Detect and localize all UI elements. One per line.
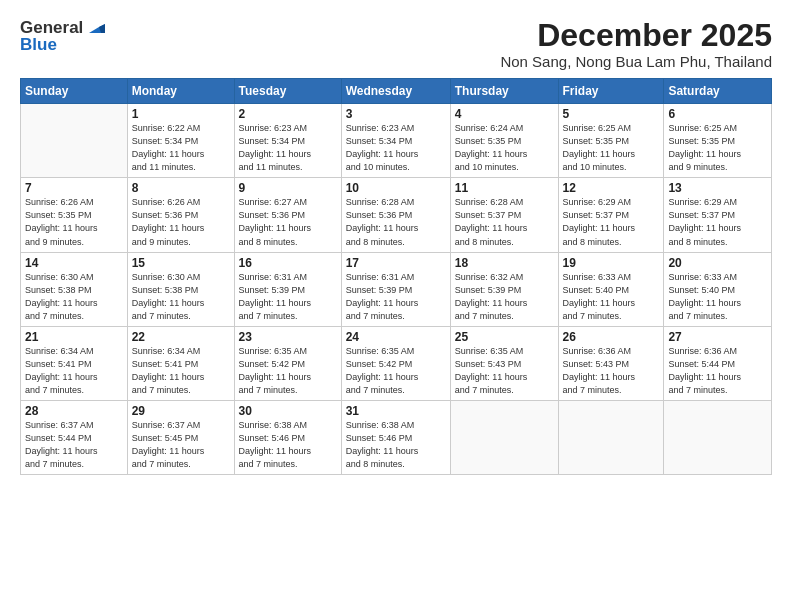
logo: General Blue (20, 18, 105, 55)
calendar-cell: 17Sunrise: 6:31 AM Sunset: 5:39 PM Dayli… (341, 252, 450, 326)
calendar-week-3: 14Sunrise: 6:30 AM Sunset: 5:38 PM Dayli… (21, 252, 772, 326)
month-title: December 2025 (500, 18, 772, 53)
calendar-cell (558, 400, 664, 474)
day-number: 11 (455, 181, 554, 195)
day-number: 27 (668, 330, 767, 344)
location-title: Non Sang, Nong Bua Lam Phu, Thailand (500, 53, 772, 70)
day-info: Sunrise: 6:31 AM Sunset: 5:39 PM Dayligh… (239, 271, 337, 323)
day-info: Sunrise: 6:32 AM Sunset: 5:39 PM Dayligh… (455, 271, 554, 323)
calendar-week-1: 1Sunrise: 6:22 AM Sunset: 5:34 PM Daylig… (21, 104, 772, 178)
day-info: Sunrise: 6:37 AM Sunset: 5:45 PM Dayligh… (132, 419, 230, 471)
calendar-cell: 15Sunrise: 6:30 AM Sunset: 5:38 PM Dayli… (127, 252, 234, 326)
calendar-header-sunday: Sunday (21, 79, 128, 104)
day-number: 30 (239, 404, 337, 418)
calendar-header-row: SundayMondayTuesdayWednesdayThursdayFrid… (21, 79, 772, 104)
day-info: Sunrise: 6:29 AM Sunset: 5:37 PM Dayligh… (563, 196, 660, 248)
day-info: Sunrise: 6:34 AM Sunset: 5:41 PM Dayligh… (25, 345, 123, 397)
day-info: Sunrise: 6:35 AM Sunset: 5:43 PM Dayligh… (455, 345, 554, 397)
calendar-cell: 8Sunrise: 6:26 AM Sunset: 5:36 PM Daylig… (127, 178, 234, 252)
calendar-cell: 20Sunrise: 6:33 AM Sunset: 5:40 PM Dayli… (664, 252, 772, 326)
day-info: Sunrise: 6:31 AM Sunset: 5:39 PM Dayligh… (346, 271, 446, 323)
day-number: 20 (668, 256, 767, 270)
day-info: Sunrise: 6:26 AM Sunset: 5:36 PM Dayligh… (132, 196, 230, 248)
day-info: Sunrise: 6:38 AM Sunset: 5:46 PM Dayligh… (346, 419, 446, 471)
day-info: Sunrise: 6:34 AM Sunset: 5:41 PM Dayligh… (132, 345, 230, 397)
day-number: 15 (132, 256, 230, 270)
day-info: Sunrise: 6:30 AM Sunset: 5:38 PM Dayligh… (25, 271, 123, 323)
calendar-cell: 2Sunrise: 6:23 AM Sunset: 5:34 PM Daylig… (234, 104, 341, 178)
calendar-cell: 18Sunrise: 6:32 AM Sunset: 5:39 PM Dayli… (450, 252, 558, 326)
calendar-cell (21, 104, 128, 178)
calendar-cell: 3Sunrise: 6:23 AM Sunset: 5:34 PM Daylig… (341, 104, 450, 178)
day-number: 23 (239, 330, 337, 344)
day-info: Sunrise: 6:28 AM Sunset: 5:37 PM Dayligh… (455, 196, 554, 248)
day-info: Sunrise: 6:36 AM Sunset: 5:44 PM Dayligh… (668, 345, 767, 397)
day-number: 26 (563, 330, 660, 344)
calendar-cell (664, 400, 772, 474)
calendar-cell: 7Sunrise: 6:26 AM Sunset: 5:35 PM Daylig… (21, 178, 128, 252)
calendar-header-monday: Monday (127, 79, 234, 104)
day-info: Sunrise: 6:33 AM Sunset: 5:40 PM Dayligh… (563, 271, 660, 323)
day-number: 8 (132, 181, 230, 195)
day-info: Sunrise: 6:33 AM Sunset: 5:40 PM Dayligh… (668, 271, 767, 323)
calendar-cell: 19Sunrise: 6:33 AM Sunset: 5:40 PM Dayli… (558, 252, 664, 326)
calendar-header-friday: Friday (558, 79, 664, 104)
calendar-week-5: 28Sunrise: 6:37 AM Sunset: 5:44 PM Dayli… (21, 400, 772, 474)
day-number: 2 (239, 107, 337, 121)
calendar-cell: 10Sunrise: 6:28 AM Sunset: 5:36 PM Dayli… (341, 178, 450, 252)
day-number: 14 (25, 256, 123, 270)
day-number: 31 (346, 404, 446, 418)
calendar-header-saturday: Saturday (664, 79, 772, 104)
day-info: Sunrise: 6:27 AM Sunset: 5:36 PM Dayligh… (239, 196, 337, 248)
header: General Blue December 2025 Non Sang, Non… (20, 18, 772, 70)
calendar-week-4: 21Sunrise: 6:34 AM Sunset: 5:41 PM Dayli… (21, 326, 772, 400)
calendar-cell: 5Sunrise: 6:25 AM Sunset: 5:35 PM Daylig… (558, 104, 664, 178)
calendar-cell: 9Sunrise: 6:27 AM Sunset: 5:36 PM Daylig… (234, 178, 341, 252)
calendar-cell: 27Sunrise: 6:36 AM Sunset: 5:44 PM Dayli… (664, 326, 772, 400)
day-number: 3 (346, 107, 446, 121)
day-number: 1 (132, 107, 230, 121)
calendar-cell: 31Sunrise: 6:38 AM Sunset: 5:46 PM Dayli… (341, 400, 450, 474)
day-number: 5 (563, 107, 660, 121)
day-info: Sunrise: 6:24 AM Sunset: 5:35 PM Dayligh… (455, 122, 554, 174)
day-number: 17 (346, 256, 446, 270)
calendar-cell: 25Sunrise: 6:35 AM Sunset: 5:43 PM Dayli… (450, 326, 558, 400)
day-number: 9 (239, 181, 337, 195)
logo-blue: Blue (20, 35, 57, 55)
calendar-cell: 29Sunrise: 6:37 AM Sunset: 5:45 PM Dayli… (127, 400, 234, 474)
calendar-header-wednesday: Wednesday (341, 79, 450, 104)
day-number: 21 (25, 330, 123, 344)
title-block: December 2025 Non Sang, Nong Bua Lam Phu… (500, 18, 772, 70)
day-number: 18 (455, 256, 554, 270)
calendar-cell: 13Sunrise: 6:29 AM Sunset: 5:37 PM Dayli… (664, 178, 772, 252)
page: General Blue December 2025 Non Sang, Non… (0, 0, 792, 612)
day-info: Sunrise: 6:22 AM Sunset: 5:34 PM Dayligh… (132, 122, 230, 174)
day-info: Sunrise: 6:26 AM Sunset: 5:35 PM Dayligh… (25, 196, 123, 248)
day-info: Sunrise: 6:25 AM Sunset: 5:35 PM Dayligh… (563, 122, 660, 174)
day-number: 24 (346, 330, 446, 344)
day-info: Sunrise: 6:35 AM Sunset: 5:42 PM Dayligh… (239, 345, 337, 397)
day-number: 25 (455, 330, 554, 344)
calendar-cell: 22Sunrise: 6:34 AM Sunset: 5:41 PM Dayli… (127, 326, 234, 400)
calendar-header-thursday: Thursday (450, 79, 558, 104)
day-info: Sunrise: 6:35 AM Sunset: 5:42 PM Dayligh… (346, 345, 446, 397)
day-info: Sunrise: 6:38 AM Sunset: 5:46 PM Dayligh… (239, 419, 337, 471)
calendar-cell: 16Sunrise: 6:31 AM Sunset: 5:39 PM Dayli… (234, 252, 341, 326)
day-info: Sunrise: 6:23 AM Sunset: 5:34 PM Dayligh… (239, 122, 337, 174)
day-info: Sunrise: 6:36 AM Sunset: 5:43 PM Dayligh… (563, 345, 660, 397)
calendar-cell: 6Sunrise: 6:25 AM Sunset: 5:35 PM Daylig… (664, 104, 772, 178)
day-number: 12 (563, 181, 660, 195)
day-number: 10 (346, 181, 446, 195)
day-info: Sunrise: 6:37 AM Sunset: 5:44 PM Dayligh… (25, 419, 123, 471)
day-info: Sunrise: 6:29 AM Sunset: 5:37 PM Dayligh… (668, 196, 767, 248)
calendar-cell: 30Sunrise: 6:38 AM Sunset: 5:46 PM Dayli… (234, 400, 341, 474)
day-info: Sunrise: 6:23 AM Sunset: 5:34 PM Dayligh… (346, 122, 446, 174)
day-info: Sunrise: 6:30 AM Sunset: 5:38 PM Dayligh… (132, 271, 230, 323)
day-info: Sunrise: 6:25 AM Sunset: 5:35 PM Dayligh… (668, 122, 767, 174)
calendar-cell: 12Sunrise: 6:29 AM Sunset: 5:37 PM Dayli… (558, 178, 664, 252)
day-number: 7 (25, 181, 123, 195)
calendar-cell: 26Sunrise: 6:36 AM Sunset: 5:43 PM Dayli… (558, 326, 664, 400)
day-number: 4 (455, 107, 554, 121)
day-number: 16 (239, 256, 337, 270)
day-number: 22 (132, 330, 230, 344)
